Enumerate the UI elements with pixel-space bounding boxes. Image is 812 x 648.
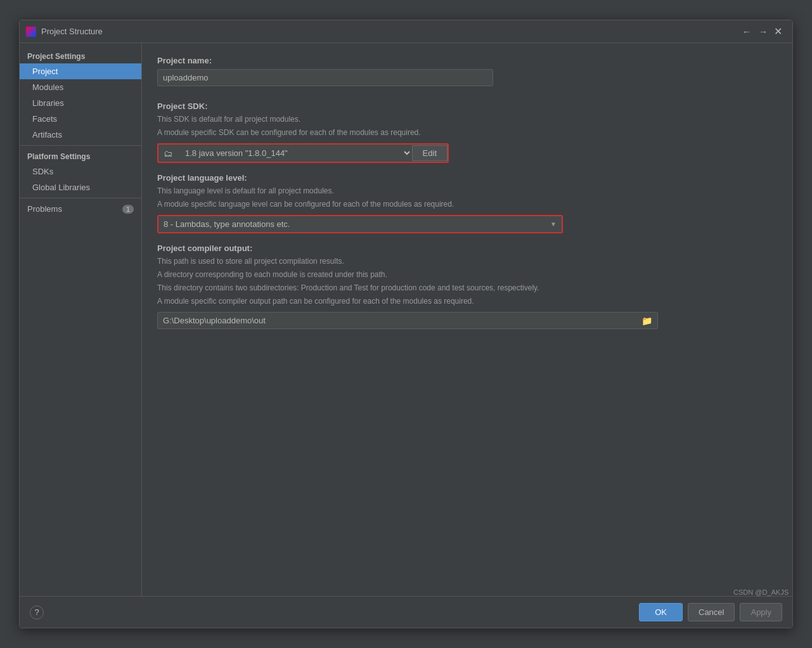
dialog-title: Project Structure bbox=[41, 27, 733, 36]
project-name-label: Project name: bbox=[157, 56, 777, 65]
sidebar-divider-2 bbox=[20, 198, 141, 198]
compiler-desc2: A directory corresponding to each module… bbox=[157, 269, 777, 280]
lang-select-inner: 8 - Lambdas, type annotations etc. 11 - … bbox=[158, 216, 562, 232]
watermark-text: CSDN @D_AKJS bbox=[730, 587, 792, 597]
sidebar-item-project[interactable]: Project bbox=[20, 63, 141, 79]
footer-left: ? bbox=[30, 606, 44, 619]
sdk-select[interactable]: 1.8 java version "1.8.0_144" bbox=[177, 145, 412, 162]
dialog-footer: ? OK Cancel Apply bbox=[20, 596, 792, 628]
compiler-output-folder-button[interactable]: 📁 bbox=[636, 313, 657, 328]
sidebar: Project Settings Project Modules Librari… bbox=[20, 43, 142, 596]
close-button[interactable]: ✕ bbox=[770, 24, 786, 39]
compiler-output-input[interactable] bbox=[158, 313, 636, 328]
app-icon bbox=[26, 27, 36, 37]
problems-badge: 1 bbox=[122, 205, 134, 214]
compiler-section-title: Project compiler output: bbox=[157, 243, 777, 253]
sidebar-divider bbox=[20, 145, 141, 146]
back-button[interactable]: ← bbox=[740, 25, 754, 38]
lang-desc2: A module specific language level can be … bbox=[157, 198, 777, 210]
main-panel: Project name: Project SDK: This SDK is d… bbox=[142, 43, 792, 596]
content-area: Project Settings Project Modules Librari… bbox=[20, 43, 792, 596]
ok-button[interactable]: OK bbox=[639, 603, 683, 621]
project-name-input[interactable] bbox=[157, 69, 493, 86]
sdk-desc1: This SDK is default for all project modu… bbox=[157, 113, 777, 125]
sidebar-item-artifacts[interactable]: Artifacts bbox=[20, 127, 141, 143]
compiler-desc3: This directory contains two subdirectori… bbox=[157, 282, 777, 294]
sidebar-item-global-libraries[interactable]: Global Libraries bbox=[20, 179, 141, 195]
sdk-desc2: A module specific SDK can be configured … bbox=[157, 127, 777, 138]
help-button[interactable]: ? bbox=[30, 606, 44, 619]
sidebar-item-libraries[interactable]: Libraries bbox=[20, 95, 141, 111]
compiler-desc4: A module specific compiler output path c… bbox=[157, 295, 777, 307]
sidebar-item-sdks[interactable]: SDKs bbox=[20, 164, 141, 179]
compiler-desc1: This path is used to store all project c… bbox=[157, 256, 777, 267]
project-structure-dialog: Project Structure ← → ✕ Project Settings… bbox=[19, 20, 793, 628]
forward-button[interactable]: → bbox=[756, 25, 770, 38]
sdk-section-title: Project SDK: bbox=[157, 101, 777, 111]
lang-desc1: This language level is default for all p… bbox=[157, 185, 777, 197]
nav-buttons: ← → bbox=[740, 25, 770, 38]
platform-settings-section-label: Platform Settings bbox=[20, 148, 141, 164]
sidebar-item-modules[interactable]: Modules bbox=[20, 79, 141, 95]
lang-section-title: Project language level: bbox=[157, 173, 777, 183]
project-settings-section-label: Project Settings bbox=[20, 48, 141, 63]
sidebar-item-problems[interactable]: Problems 1 bbox=[20, 201, 141, 217]
lang-select-wrapper: 8 - Lambdas, type annotations etc. 11 - … bbox=[157, 215, 563, 233]
sdk-edit-button[interactable]: Edit bbox=[412, 145, 448, 161]
lang-level-select[interactable]: 8 - Lambdas, type annotations etc. 11 - … bbox=[158, 216, 550, 232]
cancel-button[interactable]: Cancel bbox=[688, 603, 735, 621]
sidebar-item-facets[interactable]: Facets bbox=[20, 111, 141, 127]
lang-select-arrow-icon: ▼ bbox=[550, 221, 557, 228]
sdk-selector-row: 🗂 1.8 java version "1.8.0_144" Edit bbox=[157, 143, 449, 163]
titlebar: Project Structure ← → ✕ bbox=[20, 20, 792, 43]
sdk-folder-icon: 🗂 bbox=[158, 146, 177, 161]
apply-button[interactable]: Apply bbox=[740, 603, 782, 621]
compiler-output-row: 📁 bbox=[157, 312, 658, 329]
